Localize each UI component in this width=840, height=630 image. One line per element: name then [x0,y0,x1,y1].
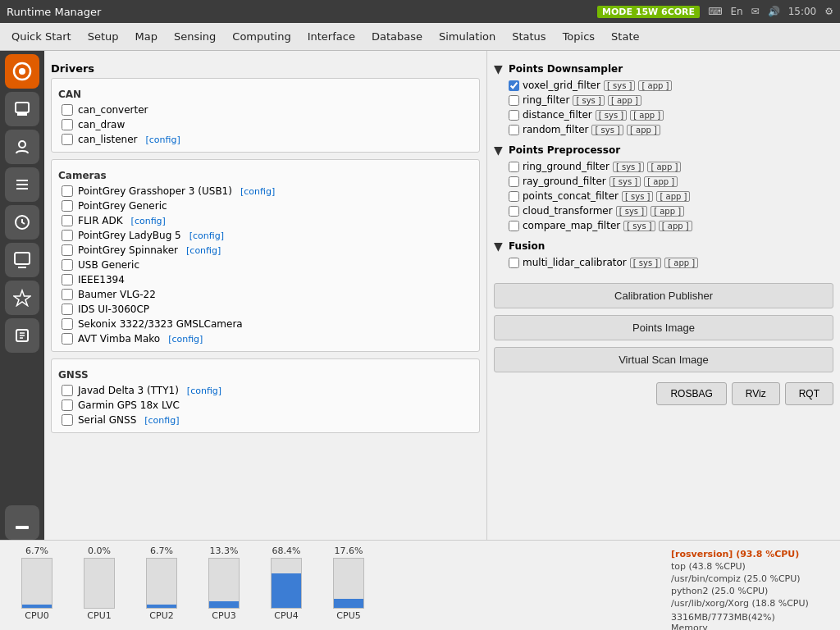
collapse-preprocessor-btn[interactable]: ▼ [494,144,505,157]
gnss-1-checkbox[interactable] [62,399,73,411]
mlc-sys-tag[interactable]: [ sys ] [630,258,662,268]
rg-app-tag[interactable]: [ app ] [647,162,681,172]
memory-value: 3316MB/7773MB(42%) [671,612,775,623]
collapse-fusion-btn[interactable]: ▼ [494,240,505,253]
cm-sys-tag[interactable]: [ sys ] [623,221,655,231]
pc-sys-tag[interactable]: [ sys ] [622,191,654,202]
compare-map-filter-label: compare_map_filter [523,220,620,231]
camera-7-checkbox[interactable] [62,289,73,300]
camera-0-config[interactable]: [config] [240,186,275,197]
menu-quickstart[interactable]: Quick Start [3,27,80,46]
rqt-button[interactable]: RQT [785,382,833,405]
sidebar-icon-2[interactable] [5,130,39,164]
pc-app-tag[interactable]: [ app ] [656,191,690,202]
calibration-publisher-button[interactable]: Calibration Publisher [494,283,833,308]
list-item: PointGrey LadyBug 5 [config] [58,228,472,243]
gnss-2-config[interactable]: [config] [144,415,179,426]
process1: [rosversion] (93.8 %CPU) [671,549,829,559]
cpu-bar-container-4 [271,558,302,609]
ring-sys-tag[interactable]: [ sys ] [573,95,605,106]
can-config-link[interactable]: [config] [146,135,180,145]
compare-map-filter-checkbox[interactable] [509,221,519,231]
camera-6-label: IEEE1394 [78,274,125,285]
camera-0-checkbox[interactable] [62,185,73,197]
voxel-grid-filter-checkbox[interactable] [509,80,519,91]
menu-setup[interactable]: Setup [80,27,127,46]
gnss-2-checkbox[interactable] [62,414,73,426]
can-listener-label: can_listener [78,134,138,145]
ct-sys-tag[interactable]: [ sys ] [616,206,648,217]
camera-0-label: PointGrey Grasshoper 3 (USB1) [78,185,232,197]
menu-map[interactable]: Map [127,27,166,46]
points-preprocessor-header: ▼ Points Preprocessor [494,144,833,157]
sidebar-icon-0[interactable] [5,54,39,89]
rosbag-button[interactable]: ROSBAG [656,382,726,405]
distance-app-tag[interactable]: [ app ] [630,110,664,121]
sidebar-icon-5[interactable] [5,243,39,277]
ray-sys-tag[interactable]: [ sys ] [609,176,641,187]
random-filter-checkbox[interactable] [509,125,519,135]
ray-ground-filter-checkbox[interactable] [509,176,519,187]
settings-icon[interactable]: ⚙ [824,6,833,17]
camera-3-config[interactable]: [config] [189,231,224,241]
cloud-transformer-checkbox[interactable] [509,206,519,217]
points-preprocessor-title: Points Preprocessor [509,144,620,156]
points-image-button[interactable]: Points Image [494,315,833,340]
list-item: random_filter [ sys ] [ app ] [494,122,833,137]
ring-filter-checkbox[interactable] [509,95,519,106]
menu-interface[interactable]: Interface [299,27,363,46]
camera-2-checkbox[interactable] [62,215,73,226]
mlc-app-tag[interactable]: [ app ] [664,258,698,268]
svg-point-4 [19,141,25,148]
camera-4-config[interactable]: [config] [186,245,221,256]
multi-lidar-calibrator-checkbox[interactable] [509,258,519,268]
camera-8-checkbox[interactable] [62,304,73,315]
camera-6-checkbox[interactable] [62,274,73,285]
sidebar-icon-8[interactable] [5,505,39,540]
menu-sensing[interactable]: Sensing [166,27,224,46]
sidebar-icon-6[interactable] [5,281,39,315]
menu-computing[interactable]: Computing [224,27,299,46]
rg-sys-tag[interactable]: [ sys ] [613,162,645,172]
ray-app-tag[interactable]: [ app ] [644,176,678,187]
camera-10-checkbox[interactable] [62,333,73,345]
voxel-sys-tag[interactable]: [ sys ] [604,80,636,91]
sidebar-icon-7[interactable] [5,318,39,353]
cpu-item-3: 13.3% CPU3 [195,546,253,625]
ring-app-tag[interactable]: [ app ] [608,95,641,106]
keyboard-icon: ⌨ [708,6,722,17]
distance-sys-tag[interactable]: [ sys ] [596,110,628,121]
menu-database[interactable]: Database [363,27,431,46]
distance-filter-checkbox[interactable] [509,110,519,121]
camera-2-config[interactable]: [config] [131,216,166,226]
can-converter-checkbox[interactable] [62,104,73,116]
sidebar-icon-1[interactable] [5,92,39,126]
camera-4-checkbox[interactable] [62,244,73,256]
rviz-button[interactable]: RViz [732,382,780,405]
menu-status[interactable]: Status [504,27,554,46]
points-downsampler-header: ▼ Points Downsampler [494,62,833,75]
gnss-0-checkbox[interactable] [62,385,73,396]
ct-app-tag[interactable]: [ app ] [651,206,684,217]
camera-1-checkbox[interactable] [62,200,73,212]
camera-5-checkbox[interactable] [62,259,73,271]
collapse-downsampler-btn[interactable]: ▼ [494,62,505,75]
camera-9-checkbox[interactable] [62,318,73,330]
ring-ground-filter-checkbox[interactable] [509,162,519,172]
can-draw-checkbox[interactable] [62,119,73,130]
gnss-0-config[interactable]: [config] [187,386,221,396]
sidebar-icon-3[interactable] [5,167,39,202]
voxel-app-tag[interactable]: [ app ] [638,80,672,91]
camera-10-config[interactable]: [config] [168,334,203,345]
menu-state[interactable]: State [603,27,647,46]
camera-3-checkbox[interactable] [62,230,73,241]
random-app-tag[interactable]: [ app ] [627,125,660,135]
menu-topics[interactable]: Topics [555,27,603,46]
cm-app-tag[interactable]: [ app ] [659,221,692,231]
points-concat-filter-checkbox[interactable] [509,191,519,202]
can-listener-checkbox[interactable] [62,134,73,145]
sidebar-icon-4[interactable] [5,205,39,240]
random-sys-tag[interactable]: [ sys ] [591,125,623,135]
menu-simulation[interactable]: Simulation [431,27,504,46]
virtual-scan-image-button[interactable]: Virtual Scan Image [494,347,833,372]
